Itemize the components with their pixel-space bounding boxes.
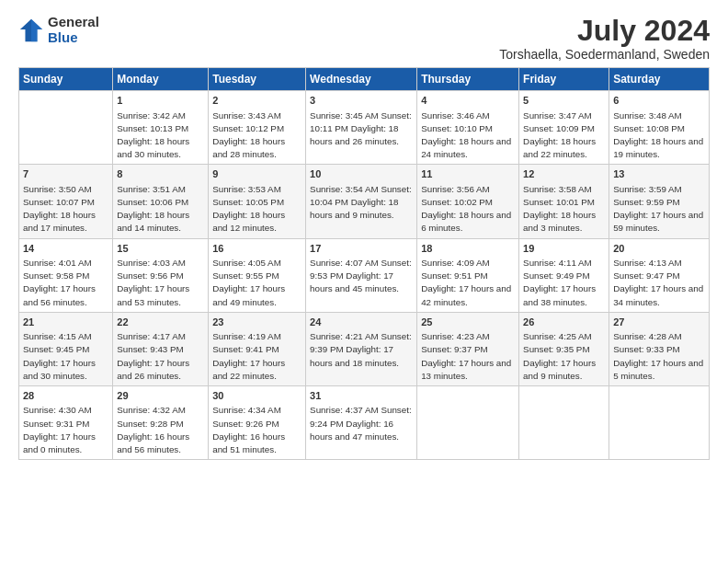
calendar-cell: 15Sunrise: 4:03 AM Sunset: 9:56 PM Dayli… (113, 238, 209, 312)
calendar-cell: 13Sunrise: 3:59 AM Sunset: 9:59 PM Dayli… (609, 165, 710, 238)
day-info: Sunrise: 4:15 AM Sunset: 9:45 PM Dayligh… (23, 330, 108, 383)
day-info: Sunrise: 4:07 AM Sunset: 9:53 PM Dayligh… (310, 257, 413, 296)
calendar-cell: 10Sunrise: 3:54 AM Sunset: 10:04 PM Dayl… (306, 165, 417, 238)
day-number: 13 (613, 167, 705, 181)
day-info: Sunrise: 4:19 AM Sunset: 9:41 PM Dayligh… (212, 330, 301, 383)
calendar-cell (609, 386, 710, 460)
calendar-cell: 25Sunrise: 4:23 AM Sunset: 9:37 PM Dayli… (417, 312, 519, 385)
calendar-cell: 24Sunrise: 4:21 AM Sunset: 9:39 PM Dayli… (306, 312, 417, 385)
calendar-cell: 14Sunrise: 4:01 AM Sunset: 9:58 PM Dayli… (19, 238, 113, 312)
header-tuesday: Tuesday (209, 68, 306, 91)
calendar-page: General Blue July 2024 Torshaella, Soede… (0, 0, 728, 563)
calendar-cell: 6Sunrise: 3:48 AM Sunset: 10:08 PM Dayli… (609, 91, 710, 165)
calendar-cell: 27Sunrise: 4:28 AM Sunset: 9:33 PM Dayli… (609, 312, 710, 385)
day-number: 27 (613, 316, 705, 329)
header-sunday: Sunday (19, 68, 113, 91)
day-number: 8 (117, 167, 204, 181)
calendar-cell: 3Sunrise: 3:45 AM Sunset: 10:11 PM Dayli… (306, 91, 417, 165)
day-info: Sunrise: 3:58 AM Sunset: 10:01 PM Daylig… (523, 183, 605, 236)
calendar-table: Sunday Monday Tuesday Wednesday Thursday… (18, 67, 710, 460)
day-info: Sunrise: 4:01 AM Sunset: 9:58 PM Dayligh… (23, 257, 108, 309)
calendar-cell: 16Sunrise: 4:05 AM Sunset: 9:55 PM Dayli… (209, 238, 306, 312)
calendar-cell: 19Sunrise: 4:11 AM Sunset: 9:49 PM Dayli… (519, 238, 609, 312)
header-monday: Monday (113, 68, 209, 91)
title-block: July 2024 Torshaella, Soedermanland, Swe… (499, 15, 710, 62)
calendar-cell (417, 386, 519, 460)
calendar-cell: 29Sunrise: 4:32 AM Sunset: 9:28 PM Dayli… (113, 386, 209, 460)
day-info: Sunrise: 3:50 AM Sunset: 10:07 PM Daylig… (23, 183, 108, 236)
day-info: Sunrise: 3:56 AM Sunset: 10:02 PM Daylig… (421, 183, 515, 236)
header-friday: Friday (519, 68, 609, 91)
day-number: 4 (421, 94, 515, 108)
day-info: Sunrise: 4:23 AM Sunset: 9:37 PM Dayligh… (421, 330, 515, 383)
day-number: 19 (523, 242, 605, 256)
day-number: 2 (212, 94, 301, 108)
day-info: Sunrise: 4:37 AM Sunset: 9:24 PM Dayligh… (310, 404, 413, 443)
calendar-cell: 8Sunrise: 3:51 AM Sunset: 10:06 PM Dayli… (113, 165, 209, 238)
day-number: 26 (523, 316, 605, 329)
day-number: 11 (421, 167, 515, 181)
day-info: Sunrise: 4:11 AM Sunset: 9:49 PM Dayligh… (523, 257, 605, 309)
logo-text: General Blue (48, 15, 99, 45)
day-info: Sunrise: 4:21 AM Sunset: 9:39 PM Dayligh… (310, 330, 413, 370)
location-subtitle: Torshaella, Soedermanland, Sweden (499, 47, 710, 62)
day-info: Sunrise: 3:48 AM Sunset: 10:08 PM Daylig… (613, 109, 705, 162)
svg-marker-1 (31, 18, 42, 40)
day-info: Sunrise: 4:30 AM Sunset: 9:31 PM Dayligh… (23, 404, 108, 456)
day-number: 1 (117, 94, 204, 108)
calendar-cell: 1Sunrise: 3:42 AM Sunset: 10:13 PM Dayli… (113, 91, 209, 165)
calendar-header-row: Sunday Monday Tuesday Wednesday Thursday… (19, 68, 710, 91)
calendar-week-row: 14Sunrise: 4:01 AM Sunset: 9:58 PM Dayli… (19, 238, 710, 312)
calendar-week-row: 28Sunrise: 4:30 AM Sunset: 9:31 PM Dayli… (19, 386, 710, 460)
calendar-cell: 30Sunrise: 4:34 AM Sunset: 9:26 PM Dayli… (209, 386, 306, 460)
day-number: 18 (421, 242, 515, 256)
day-info: Sunrise: 4:32 AM Sunset: 9:28 PM Dayligh… (117, 404, 204, 456)
logo-blue-text: Blue (48, 30, 99, 46)
day-info: Sunrise: 3:53 AM Sunset: 10:05 PM Daylig… (212, 183, 301, 236)
calendar-cell: 11Sunrise: 3:56 AM Sunset: 10:02 PM Dayl… (417, 165, 519, 238)
day-number: 7 (23, 167, 108, 181)
day-info: Sunrise: 3:54 AM Sunset: 10:04 PM Daylig… (310, 183, 413, 223)
calendar-cell: 18Sunrise: 4:09 AM Sunset: 9:51 PM Dayli… (417, 238, 519, 312)
calendar-cell (19, 91, 113, 165)
day-info: Sunrise: 3:51 AM Sunset: 10:06 PM Daylig… (117, 183, 204, 236)
day-info: Sunrise: 4:05 AM Sunset: 9:55 PM Dayligh… (212, 257, 301, 309)
day-number: 20 (613, 242, 705, 256)
day-number: 17 (310, 242, 413, 256)
logo: General Blue (18, 15, 99, 45)
calendar-cell: 5Sunrise: 3:47 AM Sunset: 10:09 PM Dayli… (519, 91, 609, 165)
day-number: 21 (23, 316, 108, 329)
main-title: July 2024 (499, 15, 710, 47)
day-info: Sunrise: 4:17 AM Sunset: 9:43 PM Dayligh… (117, 330, 204, 383)
day-number: 24 (310, 316, 413, 329)
day-number: 14 (23, 242, 108, 256)
day-number: 15 (117, 242, 204, 256)
page-header: General Blue July 2024 Torshaella, Soede… (18, 15, 710, 62)
day-info: Sunrise: 4:34 AM Sunset: 9:26 PM Dayligh… (212, 404, 301, 456)
logo-icon (18, 17, 44, 43)
header-saturday: Saturday (609, 68, 710, 91)
day-number: 6 (613, 94, 705, 108)
day-number: 5 (523, 94, 605, 108)
day-info: Sunrise: 3:45 AM Sunset: 10:11 PM Daylig… (310, 109, 413, 149)
calendar-cell: 31Sunrise: 4:37 AM Sunset: 9:24 PM Dayli… (306, 386, 417, 460)
day-number: 29 (117, 389, 204, 403)
calendar-cell: 4Sunrise: 3:46 AM Sunset: 10:10 PM Dayli… (417, 91, 519, 165)
day-info: Sunrise: 3:46 AM Sunset: 10:10 PM Daylig… (421, 109, 515, 162)
calendar-cell: 22Sunrise: 4:17 AM Sunset: 9:43 PM Dayli… (113, 312, 209, 385)
calendar-week-row: 7Sunrise: 3:50 AM Sunset: 10:07 PM Dayli… (19, 165, 710, 238)
day-info: Sunrise: 3:47 AM Sunset: 10:09 PM Daylig… (523, 109, 605, 162)
day-number: 22 (117, 316, 204, 329)
calendar-cell: 12Sunrise: 3:58 AM Sunset: 10:01 PM Dayl… (519, 165, 609, 238)
day-number: 30 (212, 389, 301, 403)
day-info: Sunrise: 3:42 AM Sunset: 10:13 PM Daylig… (117, 109, 204, 162)
day-number: 12 (523, 167, 605, 181)
day-info: Sunrise: 4:13 AM Sunset: 9:47 PM Dayligh… (613, 257, 705, 309)
calendar-week-row: 1Sunrise: 3:42 AM Sunset: 10:13 PM Dayli… (19, 91, 710, 165)
day-info: Sunrise: 3:59 AM Sunset: 9:59 PM Dayligh… (613, 183, 705, 236)
calendar-cell: 28Sunrise: 4:30 AM Sunset: 9:31 PM Dayli… (19, 386, 113, 460)
header-thursday: Thursday (417, 68, 519, 91)
header-wednesday: Wednesday (306, 68, 417, 91)
day-info: Sunrise: 3:43 AM Sunset: 10:12 PM Daylig… (212, 109, 301, 162)
day-number: 10 (310, 167, 413, 181)
